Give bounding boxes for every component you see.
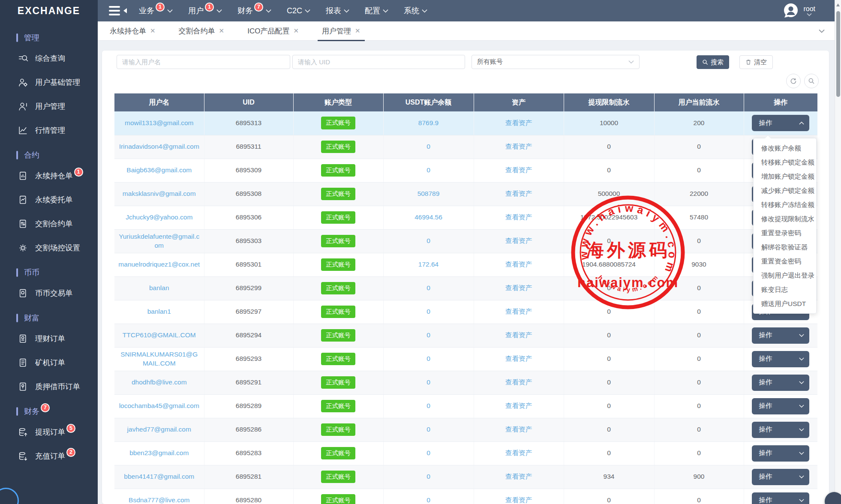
view-assets-link[interactable]: 查看资产 [505,261,532,268]
username-link[interactable]: maksklasniv@gmail.com [123,190,196,197]
row-action-button[interactable]: 操作 [752,445,809,462]
username-link[interactable]: banlan1 [147,308,171,315]
username-link[interactable]: Jchucky9@yahoo.com [126,213,192,221]
tab-用户管理[interactable]: 用户管理✕ [318,21,365,41]
topnav-item-业务[interactable]: 业务1 [139,6,173,16]
username-link[interactable]: locochamba45@gmail.com [119,402,199,409]
view-assets-link[interactable]: 查看资产 [505,496,532,504]
view-assets-link[interactable]: 查看资产 [505,119,532,126]
sidebar-item-综合查询[interactable]: 综合查询 [0,46,98,70]
menu-item-解绑谷歌验证器[interactable]: 解绑谷歌验证器 [754,240,816,254]
view-assets-link[interactable]: 查看资产 [505,378,532,386]
sidebar-item-矿机订单[interactable]: 矿机订单 [0,351,98,375]
refresh-button[interactable] [786,74,801,88]
account-type-select[interactable]: 所有账号 [472,55,640,69]
username-link[interactable]: Irinadavidson4@gmail.com [119,143,199,150]
view-assets-link[interactable]: 查看资产 [505,213,532,221]
tab-overflow-chevron-icon[interactable] [819,29,825,33]
usdt-balance-link[interactable]: 0 [427,284,430,291]
clear-button[interactable]: 清空 [739,55,773,69]
row-action-button[interactable]: 操作 [752,469,809,485]
usdt-balance-link[interactable]: 8769.9 [418,119,439,126]
topnav-item-系统[interactable]: 系统 [404,6,427,16]
usdt-balance-link[interactable]: 46994.56 [414,213,442,221]
search-button[interactable]: 搜索 [697,55,729,69]
topnav-item-用户[interactable]: 用户1 [188,6,222,16]
username-link[interactable]: TTCP610@GMAIL.COM [123,331,196,339]
sidebar-item-行情管理[interactable]: 行情管理 [0,118,98,142]
menu-item-转移账户冻结金额[interactable]: 转移账户冻结金额 [754,198,816,212]
usdt-balance-link[interactable]: 0 [427,237,430,244]
view-assets-link[interactable]: 查看资产 [505,426,532,433]
zoom-button[interactable] [804,74,819,88]
sidebar-item-质押借币订单[interactable]: 质押借币订单 [0,375,98,399]
usdt-balance-link[interactable]: 0 [427,355,430,362]
menu-item-减少账户锁定金额[interactable]: 减少账户锁定金额 [754,183,816,198]
uid-search-input[interactable] [292,55,465,69]
menu-item-重置登录密码[interactable]: 重置登录密码 [754,226,816,240]
usdt-balance-link[interactable]: 0 [427,402,430,409]
view-assets-link[interactable]: 查看资产 [505,308,532,315]
row-action-button[interactable]: 操作 [752,375,809,391]
username-link[interactable]: SNIRMALKUMARS01@GMAIL.COM [120,351,198,367]
username-link[interactable]: mowil1313@gmail.com [125,119,193,126]
view-assets-link[interactable]: 查看资产 [505,143,532,150]
view-assets-link[interactable]: 查看资产 [505,355,532,362]
usdt-balance-link[interactable]: 0 [427,473,430,480]
username-link[interactable]: dhodhfb@live.com [132,378,187,386]
sidebar-item-永续持仓单[interactable]: 永续持仓单1 [0,164,98,188]
sidebar-item-交割场控设置[interactable]: 交割场控设置 [0,236,98,260]
sidebar-item-充值订单[interactable]: 充值订单2 [0,444,98,468]
usdt-balance-link[interactable]: 0 [427,449,430,456]
username-link[interactable]: javhed77@gmail.com [127,426,191,433]
close-icon[interactable]: ✕ [355,27,360,35]
usdt-balance-link[interactable]: 0 [427,331,430,339]
usdt-balance-link[interactable]: 0 [427,496,430,504]
sidebar-item-交割合约单[interactable]: 交割合约单 [0,212,98,236]
user-menu[interactable]: root [783,3,815,19]
sidebar-item-提现订单[interactable]: 提现订单5 [0,420,98,444]
usdt-balance-link[interactable]: 508789 [417,190,440,197]
tab-交割合约单[interactable]: 交割合约单✕ [174,21,229,41]
close-icon[interactable]: ✕ [150,27,156,35]
scroll-up-arrow-icon[interactable] [836,3,840,6]
username-link[interactable]: bben23@gmail.com [129,449,189,456]
menu-item-修改账户余额[interactable]: 修改账户余额 [754,141,816,155]
close-icon[interactable]: ✕ [219,27,225,35]
usdt-balance-link[interactable]: 0 [427,308,430,315]
view-assets-link[interactable]: 查看资产 [505,166,532,174]
vertical-scrollbar[interactable] [835,0,841,504]
sidebar-item-用户基础管理[interactable]: 用户基础管理 [0,70,98,94]
menu-item-增加账户锁定金额[interactable]: 增加账户锁定金额 [754,169,816,183]
sidebar-item-永续委托单[interactable]: 永续委托单 [0,188,98,212]
usdt-balance-link[interactable]: 0 [427,143,430,150]
menu-item-赠送用户USDT[interactable]: 赠送用户USDT [754,297,816,311]
view-assets-link[interactable]: 查看资产 [505,331,532,339]
menu-item-账变日志[interactable]: 账变日志 [754,282,816,297]
topnav-item-报表[interactable]: 报表 [326,6,349,16]
topnav-item-配置[interactable]: 配置 [365,6,388,16]
row-action-button[interactable]: 操作 [752,398,809,414]
view-assets-link[interactable]: 查看资产 [505,190,532,197]
username-link[interactable]: bben41417@gmail.com [124,473,194,480]
view-assets-link[interactable]: 查看资产 [505,402,532,409]
collapse-menu-icon[interactable] [109,6,127,15]
row-action-button[interactable]: 操作 [752,422,809,438]
view-assets-link[interactable]: 查看资产 [505,473,532,480]
username-link[interactable]: manuelrodriquez1@cox.net [118,261,200,268]
menu-item-修改提现限制流水[interactable]: 修改提现限制流水 [754,212,816,226]
sidebar-float-ball[interactable] [0,488,19,504]
username-link[interactable]: banlan [149,284,169,291]
topnav-item-C2C[interactable]: C2C [287,6,310,15]
scrollbar-thumb[interactable] [836,11,840,97]
row-action-button[interactable]: 操作 [752,327,809,344]
view-assets-link[interactable]: 查看资产 [505,237,532,244]
topnav-item-财务[interactable]: 财务7 [237,6,271,16]
menu-item-重置资金密码[interactable]: 重置资金密码 [754,254,816,268]
username-link[interactable]: Yuriuskdelafuente@gmail.com [119,233,199,249]
username-link[interactable]: Bsdna777@live.com [129,496,189,504]
sidebar-item-理财订单[interactable]: 理财订单 [0,327,98,351]
tab-永续持仓单[interactable]: 永续持仓单✕ [105,21,160,41]
usdt-balance-link[interactable]: 0 [427,378,430,386]
menu-item-转移账户锁定金额[interactable]: 转移账户锁定金额 [754,155,816,169]
